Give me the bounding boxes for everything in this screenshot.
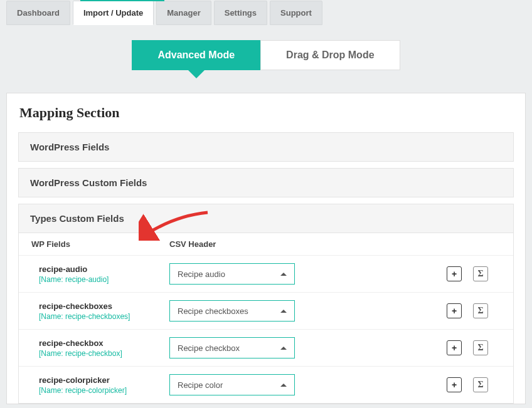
mode-bar: Advanced Mode Drag & Drop Mode: [0, 40, 532, 70]
wp-field-name: [Name: recipe-checkbox]: [39, 349, 169, 358]
select-value: Recipe checkboxes: [178, 306, 248, 316]
tab-import-update[interactable]: Import / Update: [73, 1, 154, 25]
add-button[interactable]: +: [447, 377, 462, 392]
wp-field-name: [Name: recipe-audio]: [39, 275, 169, 284]
tab-support[interactable]: Support: [270, 1, 322, 25]
wp-field-label: recipe-checkbox: [39, 338, 169, 348]
add-button[interactable]: +: [447, 340, 462, 355]
wp-field-name: [Name: recipe-colorpicker]: [39, 386, 169, 395]
table-row: recipe-audio [Name: recipe-audio] Recipe…: [19, 255, 513, 292]
col-header-wp: WP Fields: [31, 239, 169, 249]
wp-field-label: recipe-checkboxes: [39, 301, 169, 311]
select-value: Recipe audio: [178, 269, 225, 279]
tab-manager[interactable]: Manager: [156, 1, 211, 25]
page-title: Mapping Section: [7, 105, 525, 132]
column-headers: WP Fields CSV Header: [19, 233, 513, 255]
tabs-bar: Dashboard Import / Update Manager Settin…: [0, 0, 532, 25]
section-types-header[interactable]: Types Custom Fields: [19, 204, 513, 233]
wp-field-label: recipe-audio: [39, 264, 169, 274]
chevron-up-icon: [280, 347, 287, 350]
chevron-up-icon: [280, 384, 287, 387]
select-value: Recipe color: [178, 380, 223, 390]
csv-header-select[interactable]: Recipe checkboxes: [169, 300, 295, 322]
formula-button[interactable]: Σ: [473, 377, 488, 392]
csv-header-select[interactable]: Recipe audio: [169, 263, 295, 285]
formula-button[interactable]: Σ: [473, 340, 488, 355]
mode-drag-drop[interactable]: Drag & Drop Mode: [260, 40, 400, 70]
section-wordpress-fields[interactable]: WordPress Fields: [18, 132, 514, 162]
csv-header-select[interactable]: Recipe checkbox: [169, 337, 295, 358]
table-row: recipe-checkboxes [Name: recipe-checkbox…: [19, 292, 513, 329]
table-row: recipe-checkbox [Name: recipe-checkbox] …: [19, 329, 513, 366]
select-value: Recipe checkbox: [178, 343, 240, 353]
chevron-up-icon: [280, 310, 287, 313]
section-wordpress-custom-fields[interactable]: WordPress Custom Fields: [18, 168, 514, 197]
formula-button[interactable]: Σ: [473, 303, 488, 318]
add-button[interactable]: +: [447, 303, 462, 318]
tab-dashboard[interactable]: Dashboard: [6, 1, 70, 25]
chevron-up-icon: [280, 273, 287, 276]
section-types-custom-fields: Types Custom Fields WP Fields CSV Header…: [18, 204, 514, 404]
add-button[interactable]: +: [447, 266, 462, 281]
mapping-panel: Mapping Section WordPress Fields WordPre…: [6, 93, 526, 404]
table-row: recipe-colorpicker [Name: recipe-colorpi…: [19, 366, 513, 403]
formula-button[interactable]: Σ: [473, 266, 488, 281]
csv-header-select[interactable]: Recipe color: [169, 374, 295, 395]
wp-field-label: recipe-colorpicker: [39, 375, 169, 385]
wp-field-name: [Name: recipe-checkboxes]: [39, 312, 169, 321]
col-header-csv: CSV Header: [169, 239, 320, 249]
tab-settings[interactable]: Settings: [214, 1, 267, 25]
mode-advanced[interactable]: Advanced Mode: [132, 40, 260, 70]
